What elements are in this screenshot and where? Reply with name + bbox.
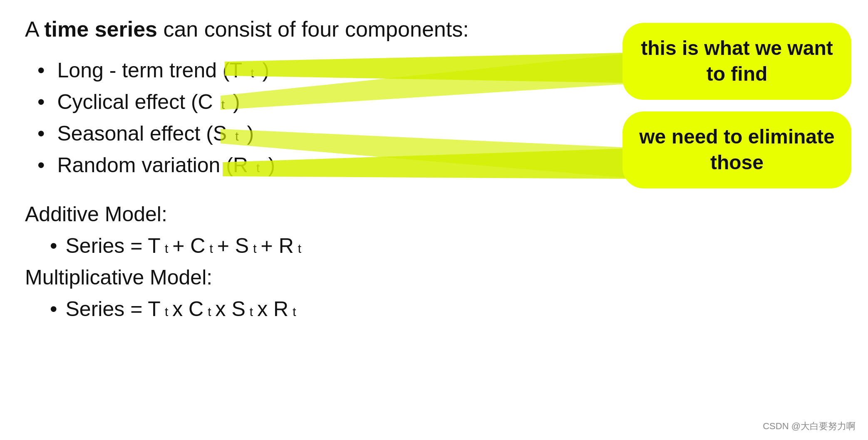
intro-suffix: can consist of four components: [157, 17, 469, 41]
callout-find: this is what we want to find [622, 23, 851, 100]
multiplicative-formula: Series = Tt x Ct x St x Rt [50, 297, 843, 321]
watermark: CSDN @大白要努力啊 [763, 420, 856, 433]
callout-eliminate: we need to eliminate those [622, 111, 851, 188]
intro-bold: time series [44, 17, 157, 41]
additive-formula: Series = Tt + Ct + St + Rt [50, 234, 843, 258]
intro-prefix: A [25, 17, 44, 41]
multiplicative-label: Multiplicative Model: [25, 265, 843, 289]
additive-label: Additive Model: [25, 202, 843, 226]
